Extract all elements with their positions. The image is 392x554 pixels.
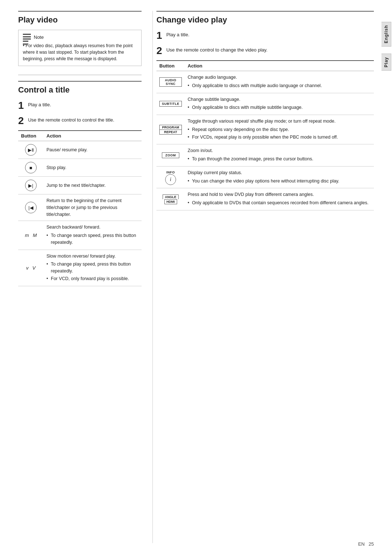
change-step-text-1: Play a title. — [166, 30, 189, 37]
control-table: Button Action ▶Ⅱ Pause/ resume play. — [18, 130, 142, 286]
action-cell-audio: Change audio language. Only applicable t… — [185, 71, 374, 93]
svg-rect-0 — [23, 36, 31, 37]
bullet-list-program: Repeat options vary depending on the dis… — [188, 126, 371, 141]
action-cell-program: Toggle through various repeat/ shuffle p… — [185, 115, 374, 144]
control-step-1: 1 Play a title. — [18, 100, 142, 111]
button-cell-program: PROGRAM REPEAT — [156, 115, 185, 144]
subtitle-button: SUBTITLE — [159, 101, 182, 107]
change-step-text-2: Use the remote control to change the vid… — [166, 45, 268, 53]
next-button: ▶| — [25, 180, 37, 191]
change-step-2: 2 Use the remote control to change the v… — [156, 45, 374, 57]
bullet-item: Only applicable to DVDs that contain seq… — [188, 200, 371, 206]
info-button: INFO i — [165, 170, 176, 185]
svg-rect-2 — [23, 41, 28, 42]
button-cell-6: v V — [18, 250, 44, 286]
left-column: Play video Note • For video disc, playba… — [18, 11, 152, 543]
action-cell-3: Jump to the next title/chapter. — [44, 177, 142, 194]
button-cell-5: m M — [18, 221, 44, 250]
bullet-item: Only applicable to discs with multiple a… — [188, 82, 371, 89]
action-cell-subtitle: Change subtitle language. Only applicabl… — [185, 93, 374, 115]
table-row: INFO i Display current play status. You … — [156, 166, 374, 188]
button-cell-1: ▶Ⅱ — [18, 141, 44, 159]
button-cell-subtitle: SUBTITLE — [156, 93, 185, 115]
change-step-1: 1 Play a title. — [156, 30, 374, 41]
step-text-2: Use the remote control to control the ti… — [28, 115, 114, 123]
info-circle-icon: i — [165, 174, 176, 185]
button-cell-angle: ANGLE HDMI — [156, 188, 185, 210]
svg-rect-1 — [23, 38, 31, 40]
table-row: ZOOM Zoom in/out. To pan through the zoo… — [156, 144, 374, 167]
table-row: m M Search backward/ forward. To change … — [18, 221, 142, 250]
button-cell-info: INFO i — [156, 166, 185, 188]
change-table-header-row: Button Action — [156, 61, 374, 71]
hdmi-label: HDMI — [164, 199, 177, 204]
play-tab: Play — [381, 54, 391, 71]
bullet-list-info: You can change the video play options he… — [188, 178, 371, 185]
bullet-list-6: To change play speed, press this button … — [46, 261, 139, 282]
action-cell-zoom: Zoom in/out. To pan through the zoomed i… — [185, 144, 374, 167]
table-row: AUDIO SYNC Change audio language. Only a… — [156, 71, 374, 93]
action-cell-4: Return to the beginning of the current t… — [44, 194, 142, 221]
repeat-label: REPEAT — [159, 130, 182, 135]
note-text-content: • For video disc, playback always resume… — [23, 43, 132, 61]
bullet-item: For VCDs, repeat play is only possible w… — [188, 134, 371, 141]
note-label: Note — [34, 34, 44, 40]
play-video-title: Play video — [18, 11, 142, 25]
table-row: ▶| Jump to the next title/chapter. — [18, 177, 142, 194]
stop-button: ■ — [25, 162, 37, 173]
step-text-1: Play a title. — [28, 100, 51, 107]
table-header-row: Button Action — [18, 131, 142, 141]
prev-button: |◀ — [25, 202, 37, 213]
play-pause-button: ▶Ⅱ — [25, 144, 37, 156]
button-cell-zoom: ZOOM — [156, 144, 185, 167]
bullet-item: To change search speed, press this butto… — [46, 232, 139, 246]
action-cell-1: Pause/ resume play. — [44, 141, 142, 159]
program-label: PROGRAM — [159, 125, 182, 130]
table-row: ■ Stop play. — [18, 159, 142, 177]
bullet-list-subtitle: Only applicable to discs with multiple s… — [188, 104, 371, 111]
change-col-action-header: Action — [185, 61, 374, 71]
slow-motion-button: v V — [26, 265, 36, 271]
action-cell-2: Stop play. — [44, 159, 142, 177]
control-title-heading: Control a title — [18, 81, 142, 95]
english-tab: English — [381, 22, 391, 46]
control-table-body: ▶Ⅱ Pause/ resume play. ■ — [18, 141, 142, 286]
step-number-2: 2 — [18, 115, 24, 127]
angle-label: ANGLE — [163, 194, 179, 199]
note-icon — [23, 34, 31, 40]
side-tabs: English Play — [380, 22, 392, 71]
button-cell-2: ■ — [18, 159, 44, 177]
bullet-list-zoom: To pan through the zoomed image, press t… — [188, 156, 371, 163]
angle-hdmi-button: ANGLE HDMI — [159, 194, 182, 204]
audio-sync-button: AUDIO SYNC — [159, 77, 182, 87]
bullet-item: Repeat options vary depending on the dis… — [188, 126, 371, 133]
col-action-header: Action — [44, 131, 142, 141]
change-video-play-title: Change video play — [156, 11, 374, 25]
page-number: 25 — [369, 541, 374, 547]
table-row: SUBTITLE Change subtitle language. Only … — [156, 93, 374, 115]
action-cell-angle: Press and hold to view DVD play from dif… — [185, 188, 374, 210]
note-box: Note • For video disc, playback always r… — [18, 30, 142, 66]
table-row: ANGLE HDMI Press and hold to view DVD pl… — [156, 188, 374, 210]
change-table-body: AUDIO SYNC Change audio language. Only a… — [156, 71, 374, 210]
bullet-item: To pan through the zoomed image, press t… — [188, 156, 371, 163]
search-button: m M — [25, 233, 37, 238]
note-header: Note — [23, 34, 137, 40]
bullet-list-audio: Only applicable to discs with multiple a… — [188, 82, 371, 89]
program-repeat-button: PROGRAM REPEAT — [159, 125, 182, 135]
table-row: ▶Ⅱ Pause/ resume play. — [18, 141, 142, 159]
button-cell-4: |◀ — [18, 194, 44, 221]
action-cell-info: Display current play status. You can cha… — [185, 166, 374, 188]
action-cell-5: Search backward/ forward. To change sear… — [44, 221, 142, 250]
bullet-list-angle: Only applicable to DVDs that contain seq… — [188, 200, 371, 206]
info-label: INFO — [166, 171, 175, 174]
bullet-list-5: To change search speed, press this butto… — [46, 232, 139, 246]
change-step-number-1: 1 — [156, 30, 162, 41]
change-video-table: Button Action AUDIO SYNC Change audio la… — [156, 60, 374, 210]
bullet-item: For VCD, only forward play is possible. — [46, 275, 139, 282]
page-footer: EN 25 — [358, 541, 374, 547]
table-row: v V Slow motion reverse/ forward play. T… — [18, 250, 142, 286]
col-button-header: Button — [18, 131, 44, 141]
zoom-button: ZOOM — [162, 152, 179, 158]
bullet-item: To change play speed, press this button … — [46, 261, 139, 275]
